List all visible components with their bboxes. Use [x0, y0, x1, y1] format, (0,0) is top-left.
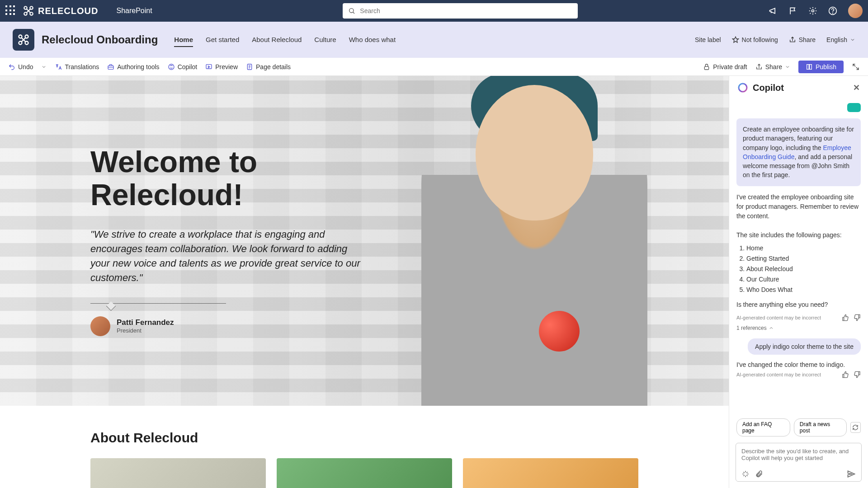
- share-page-label: Share: [765, 63, 782, 70]
- about-card-2[interactable]: [277, 458, 452, 488]
- share-site-label: Share: [799, 36, 816, 43]
- hero-section: Welcome to Relecloud! "We strive to crea…: [0, 76, 729, 406]
- nav-about[interactable]: About Relecloud: [252, 33, 302, 47]
- undo-icon: [8, 63, 15, 70]
- about-card-3[interactable]: [463, 458, 638, 488]
- hero-image: [376, 76, 693, 406]
- follow-label: Not following: [742, 36, 778, 43]
- private-draft-label: Private draft: [713, 63, 747, 70]
- user-chip: [847, 103, 861, 112]
- site-title[interactable]: Relecloud Onboarding: [42, 33, 158, 46]
- share-site-button[interactable]: Share: [789, 36, 816, 43]
- language-selector[interactable]: English: [826, 36, 855, 43]
- publish-button[interactable]: Publish: [798, 61, 844, 73]
- flag-icon[interactable]: [788, 6, 797, 15]
- reply1-p1: I've created the employee onboarding sit…: [736, 192, 861, 221]
- language-label: English: [826, 36, 847, 43]
- author-avatar: [90, 316, 110, 336]
- translations-button[interactable]: Translations: [55, 63, 99, 70]
- svg-point-13: [169, 64, 174, 70]
- nav-culture[interactable]: Culture: [314, 33, 336, 47]
- search-input[interactable]: [360, 7, 572, 14]
- private-draft-button[interactable]: Private draft: [703, 63, 747, 70]
- svg-rect-16: [705, 66, 709, 70]
- copilot-reply-1: I've created the employee onboarding sit…: [736, 192, 861, 310]
- search-box[interactable]: [343, 3, 578, 19]
- sparkle-icon[interactable]: [741, 470, 750, 478]
- thumbs-down-icon[interactable]: [854, 371, 861, 378]
- copilot-input-area[interactable]: [736, 443, 862, 482]
- copilot-panel: Copilot ✕ Create an employee onboarding …: [729, 76, 868, 488]
- user-avatar[interactable]: [848, 4, 863, 18]
- reply1-p2: The site includes the following pages:: [736, 230, 861, 240]
- site-label[interactable]: Site label: [695, 36, 721, 43]
- suggestion-faq[interactable]: Add an FAQ page: [736, 418, 790, 436]
- heart-icon: [536, 308, 583, 355]
- site-nav: Home Get started About Relecloud Culture…: [174, 33, 396, 47]
- nav-get-started[interactable]: Get started: [206, 33, 239, 47]
- share-page-button[interactable]: Share: [755, 63, 790, 70]
- reply1-p3: Is there anything else you need?: [736, 300, 861, 310]
- list-item: About Relecloud: [746, 264, 861, 274]
- copilot-button[interactable]: Copilot: [168, 63, 198, 70]
- tenant-brand: RELECLOUD: [23, 5, 98, 17]
- nav-who[interactable]: Who does what: [349, 33, 396, 47]
- site-logo[interactable]: [13, 29, 34, 51]
- page-details-icon: [246, 63, 253, 70]
- user-message-2: Apply indigo color theme to the site: [748, 338, 861, 355]
- copilot-icon: [168, 63, 175, 70]
- help-icon[interactable]: [828, 6, 837, 15]
- send-icon[interactable]: [847, 469, 856, 479]
- user-message-1: Create an employee onboarding site for p…: [736, 118, 861, 186]
- megaphone-icon[interactable]: [769, 6, 778, 15]
- copilot-input[interactable]: [741, 448, 856, 466]
- list-item: Our Culture: [746, 275, 861, 284]
- hero-title: Welcome to Relecloud!: [90, 145, 362, 211]
- expand-icon[interactable]: [852, 63, 860, 71]
- follow-button[interactable]: Not following: [732, 36, 778, 43]
- lock-icon: [703, 63, 710, 70]
- preview-icon: [205, 63, 212, 70]
- copilot-reply-2: I've changed the color theme to indigo.: [736, 361, 861, 368]
- chevron-up-icon: [769, 325, 774, 331]
- attachment-icon[interactable]: [755, 470, 763, 478]
- gear-icon[interactable]: [808, 6, 817, 15]
- thumbs-down-icon[interactable]: [854, 314, 861, 321]
- quote-divider: [90, 303, 226, 304]
- svg-rect-18: [810, 64, 812, 69]
- tenant-name: RELECLOUD: [38, 6, 98, 16]
- refresh-suggestions-button[interactable]: [850, 422, 861, 433]
- svg-point-19: [739, 84, 747, 92]
- references-toggle[interactable]: 1 references: [736, 325, 861, 331]
- list-item: Who Does What: [746, 285, 861, 295]
- star-icon: [732, 36, 739, 43]
- close-icon[interactable]: ✕: [853, 83, 860, 93]
- preview-label: Preview: [215, 63, 238, 70]
- copilot-title: Copilot: [753, 83, 784, 93]
- translations-label: Translations: [65, 63, 99, 70]
- app-launcher-icon[interactable]: [5, 5, 16, 16]
- thumbs-up-icon[interactable]: [842, 314, 849, 321]
- about-title: About Relecloud: [90, 430, 638, 446]
- authoring-label: Authoring tools: [117, 63, 159, 70]
- undo-button[interactable]: Undo: [8, 63, 33, 70]
- reply1-list: Home Getting Started About Relecloud Our…: [746, 244, 861, 295]
- author-name: Patti Fernandez: [117, 318, 174, 327]
- translate-icon: [55, 63, 62, 70]
- publish-icon: [806, 63, 813, 70]
- svg-rect-17: [807, 64, 809, 69]
- chevron-down-icon[interactable]: [41, 64, 47, 70]
- about-card-1[interactable]: [90, 458, 266, 488]
- thumbs-up-icon[interactable]: [842, 371, 849, 378]
- app-name[interactable]: SharePoint: [116, 7, 152, 15]
- svg-point-5: [812, 10, 814, 12]
- references-label: 1 references: [736, 325, 767, 331]
- suggestion-news[interactable]: Draft a news post: [794, 418, 847, 436]
- page-details-button[interactable]: Page details: [246, 63, 291, 70]
- preview-button[interactable]: Preview: [205, 63, 238, 70]
- share-icon: [789, 36, 796, 43]
- nav-home[interactable]: Home: [174, 33, 193, 47]
- authoring-tools-button[interactable]: Authoring tools: [107, 63, 159, 70]
- toolbox-icon: [107, 63, 114, 70]
- disclaimer-text: AI-generated content may be incorrect: [736, 372, 821, 377]
